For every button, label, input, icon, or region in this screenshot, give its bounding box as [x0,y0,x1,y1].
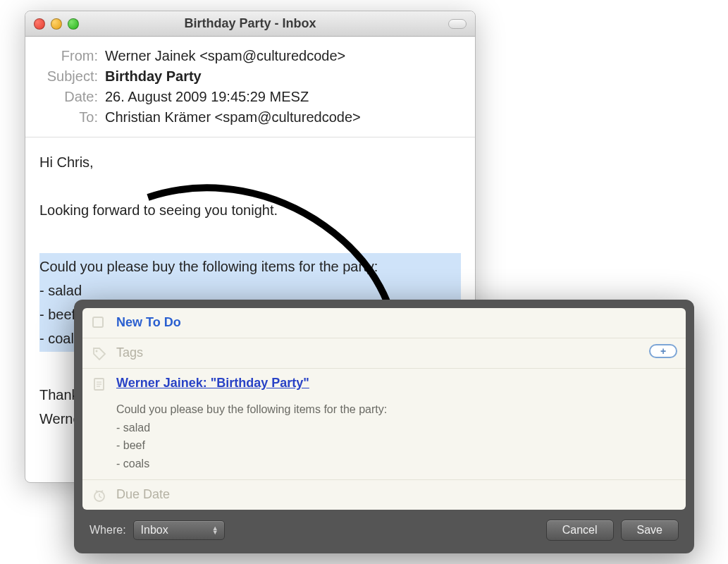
selection-line1: Could you please buy the following items… [39,259,378,274]
where-label: Where: [90,524,126,537]
clock-icon [92,489,106,503]
title-row[interactable]: New To Do [82,308,686,338]
window-title: Birthday Party - Inbox [25,16,475,31]
due-date-row[interactable]: Due Date [82,480,686,510]
where-select[interactable]: Inbox ▲▼ [133,520,225,540]
checkbox-icon [92,317,106,331]
tag-icon [92,347,106,361]
todo-title-input[interactable]: New To Do [116,315,181,330]
subject-value: Birthday Party [105,68,202,85]
note-line1: Could you please buy the following items… [116,400,676,419]
note-item3: - coals [116,455,676,473]
cancel-button[interactable]: Cancel [546,520,614,541]
selection-item2: - beef [39,307,75,322]
save-button[interactable]: Save [621,520,679,541]
where-value: Inbox [141,524,168,536]
add-tag-button[interactable]: + [649,344,677,358]
header-row-to: To: Christian Krämer <spam@culturedcode> [38,109,462,125]
from-value: Werner Jainek <spam@culturedcode> [105,48,345,64]
note-item1: - salad [116,419,676,437]
to-value: Christian Krämer <spam@culturedcode> [105,109,361,125]
email-headers: From: Werner Jainek <spam@culturedcode> … [25,37,475,137]
email-reference-link[interactable]: Werner Jainek: "Birthday Party" [116,376,309,390]
svg-line-7 [99,496,101,498]
toolbar-pill-button[interactable] [448,19,467,29]
note-row[interactable]: Werner Jainek: "Birthday Party" Could yo… [82,369,686,480]
tags-row[interactable]: Tags + [82,338,686,369]
header-row-from: From: Werner Jainek <spam@culturedcode> [38,48,462,64]
note-item2: - beef [116,436,676,455]
date-label: Date: [38,89,105,105]
from-label: From: [38,48,105,64]
date-value: 26. August 2009 19:45:29 MESZ [105,89,309,105]
body-greeting: Hi Chris, [39,150,461,174]
selection-item1: - salad [39,283,82,298]
select-arrows-icon: ▲▼ [212,526,218,534]
quick-entry-content: New To Do Tags + [82,308,686,510]
quick-entry-dialog: New To Do Tags + [74,300,694,553]
window-titlebar: Birthday Party - Inbox [25,11,475,37]
due-date-placeholder: Due Date [116,487,170,502]
tags-placeholder: Tags [116,345,143,360]
dialog-footer: Where: Inbox ▲▼ Cancel Save [82,510,686,545]
svg-point-0 [96,350,98,352]
header-row-date: Date: 26. August 2009 19:45:29 MESZ [38,89,462,105]
subject-label: Subject: [38,68,105,85]
to-label: To: [38,109,105,125]
note-icon [92,377,106,391]
body-line1: Looking forward to seeing you tonight. [39,198,461,222]
note-body[interactable]: Could you please buy the following items… [116,400,676,472]
plus-icon: + [660,346,666,356]
header-row-subject: Subject: Birthday Party [38,68,462,85]
